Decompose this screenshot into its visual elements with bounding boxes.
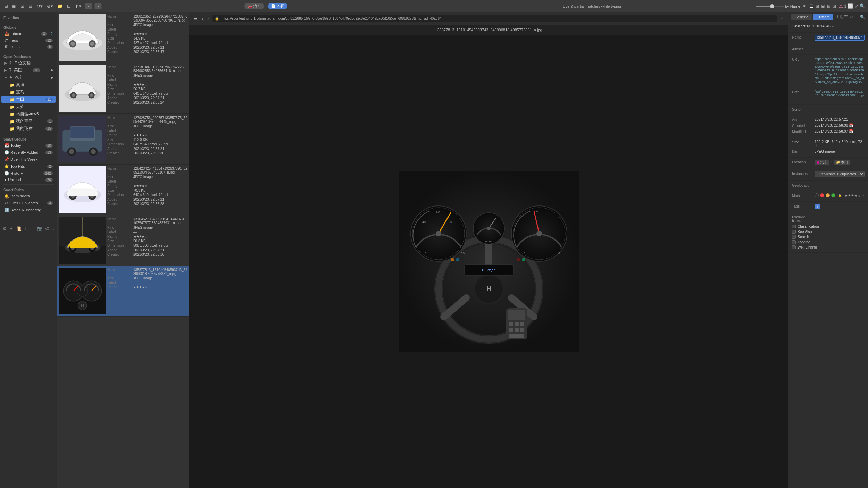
item-row-4[interactable]: Name128423425_418347192637391_628511934 … xyxy=(57,165,189,215)
folder-btn[interactable]: 📁 xyxy=(56,3,64,9)
name-input[interactable] xyxy=(815,35,865,41)
tag-add-btn[interactable]: + xyxy=(815,204,820,209)
sidebar-item-audi[interactable]: 📁 奥迪 xyxy=(1,81,56,89)
right-info-icon[interactable]: ℹ xyxy=(837,15,839,19)
item-row-3[interactable]: Name127928756_209757183857575_528544292 … xyxy=(57,114,189,165)
right-location-field: Location 🗄 汽车 › 📁 本田 xyxy=(792,160,865,165)
sidebar-item-cars[interactable]: ▼ 🗄 汽车 xyxy=(1,74,56,81)
cover-view-icon[interactable]: ▣ xyxy=(820,3,826,9)
center-prev-btn[interactable]: ‹ xyxy=(200,15,205,22)
center-menu-btn[interactable]: ☰ xyxy=(192,15,199,22)
right-more-icon[interactable]: … xyxy=(854,15,859,19)
exc-cb-see-also[interactable] xyxy=(792,230,796,234)
sidebar-item-history[interactable]: 🕓 History 142 xyxy=(1,170,56,177)
sidebar-item-recently-added[interactable]: 🕐 Recently Added 13 xyxy=(1,149,56,156)
right-list-icon[interactable]: ☰ xyxy=(844,15,848,19)
sidebar-item-unread[interactable]: ● Unread 70 xyxy=(1,177,56,183)
sidebar-item-honda[interactable]: 📁 本田 11 xyxy=(1,96,56,103)
right-gear-icon[interactable]: ⚙ xyxy=(849,15,853,19)
nav-back-btn[interactable]: ‹ xyxy=(85,3,92,9)
sidebar-cam-icon[interactable]: 📷 xyxy=(37,226,42,231)
sidebar-toggle-btn[interactable]: ⊞ xyxy=(3,3,9,9)
search-top-icon[interactable]: 🔍 xyxy=(860,3,865,9)
center-next-btn[interactable]: › xyxy=(206,15,210,22)
view-toggle-btn[interactable]: ▣ xyxy=(11,3,18,9)
stars-mark[interactable]: ★★★★☆ xyxy=(845,194,860,197)
sidebar-item-filter-dupes[interactable]: ⚙ Filter Duplicates 4 xyxy=(1,200,56,207)
created-key-3: Created xyxy=(107,151,133,155)
sort-direction-btn[interactable]: ▾ xyxy=(802,3,807,9)
sidebar-sort-icon[interactable]: ↕ xyxy=(52,226,54,231)
list-view-icon[interactable]: ☰ xyxy=(809,3,814,9)
item-row-5[interactable]: Name131045279_496931941 6441451_10354737… xyxy=(57,215,189,266)
sidebar-item-due-this-week[interactable]: 📌 Due This Week xyxy=(1,156,56,163)
exclude-classification: Classification xyxy=(792,224,865,228)
item-row-6[interactable]: H Name135877813_151014546593743_84899081… xyxy=(57,266,189,317)
nav-forward-btn[interactable]: › xyxy=(94,3,102,9)
mark-more-icon[interactable]: ▾ xyxy=(862,194,864,197)
tags-area: + xyxy=(815,204,820,209)
sidebar-script-icon[interactable]: 📜 xyxy=(16,226,22,231)
sidebar-settings-icon[interactable]: ⚙ xyxy=(3,226,7,231)
zoom-slider[interactable] xyxy=(756,6,784,7)
right-search-icon[interactable]: 🔍 xyxy=(860,15,865,19)
fullscreen-icon[interactable]: ⤢ xyxy=(854,3,858,9)
tab-custom-btn[interactable]: Custom xyxy=(813,14,833,20)
sidebar-tag2-icon[interactable]: 🏷 xyxy=(45,226,49,231)
sidebar-item-top-hits[interactable]: ⭐ Top Hits 2 xyxy=(1,163,56,170)
mark-none[interactable] xyxy=(815,193,819,197)
breadcrumb-honda[interactable]: 📄 本田 xyxy=(268,3,287,9)
grid-view-icon[interactable]: ⊞ xyxy=(815,3,820,9)
item-row-1[interactable]: Name126812652_2592362647722032_6530084 3… xyxy=(57,12,189,63)
fullscreen-btn[interactable]: ⊟ xyxy=(27,3,34,9)
action-btn[interactable]: ↻▾ xyxy=(35,3,44,9)
tab-generic-btn[interactable]: Generic xyxy=(791,14,812,20)
sidebar-item-db2[interactable]: ▶ 🗄 美图 70 xyxy=(1,67,56,74)
exc-cb-search[interactable] xyxy=(792,235,796,239)
breadcrumb-cars[interactable]: 🚗 汽车 xyxy=(244,3,264,9)
sidebar-item-reminders[interactable]: 🔔 Reminders xyxy=(1,193,56,200)
created-cal-icon[interactable]: 📅 xyxy=(849,123,853,127)
mark-yellow[interactable] xyxy=(826,193,830,197)
center-filename-bar: 135877813_151014546593743_848990818 4085… xyxy=(189,25,788,35)
split-view-icon[interactable]: ⊡ xyxy=(832,3,837,9)
split-view-btn[interactable]: ⊡ xyxy=(19,3,26,9)
sidebar-item-mazda[interactable]: 📁 马自达-mx-5 xyxy=(1,110,56,118)
exc-cb-tagging[interactable] xyxy=(792,240,796,244)
mark-green[interactable] xyxy=(831,193,835,197)
rating-val-3: ★★★★☆ xyxy=(133,133,147,137)
info-icon[interactable]: ℹ xyxy=(844,3,846,9)
svg-rect-58 xyxy=(509,322,513,326)
sidebar-item-today[interactable]: 📅 Today 10 xyxy=(1,142,56,149)
mark-lock-icon[interactable]: 🔒 xyxy=(838,194,842,197)
thumb-6: H xyxy=(59,268,106,314)
exc-cb-wiki-linking[interactable] xyxy=(792,245,796,249)
sidebar-item-inboxes[interactable]: 📥 Inboxes 3 12 xyxy=(1,30,56,37)
sidebar-item-vw[interactable]: 📁 大众 xyxy=(1,103,56,110)
sidebar-item-mybmw[interactable]: 📁 我的宝马 1 xyxy=(1,118,56,125)
sidebar-item-myfit[interactable]: 📁 我的飞度 15 xyxy=(1,125,56,132)
db2-dot xyxy=(51,69,53,71)
modified-cal-icon[interactable]: 📅 xyxy=(849,129,853,133)
item-row-2[interactable]: Name127181487_108696796176272 2_53498285… xyxy=(57,63,189,114)
share-btn[interactable]: ⬆▾ xyxy=(74,3,83,9)
icon-view-icon[interactable]: ⊟ xyxy=(826,3,831,9)
add-btn[interactable]: ⊕▾ xyxy=(45,3,55,9)
sidebar-item-tags[interactable]: 🏷 Tags 12 xyxy=(1,37,56,43)
center-add-btn[interactable]: ＋ xyxy=(778,15,785,23)
kind-right-value: JPEG image xyxy=(815,149,865,153)
alert-icon[interactable]: ⚠ xyxy=(839,3,843,9)
item-list-panel: Name126812652_2592362647722032_6530084 3… xyxy=(57,12,189,488)
sidebar-item-bmw[interactable]: 📁 宝马 xyxy=(1,89,56,96)
sidebar-item-db1[interactable]: ▶ 🗄 单位文档 xyxy=(1,59,56,67)
mark-red[interactable] xyxy=(820,193,824,197)
sidebar-item-trash[interactable]: 🗑 Trash 5 xyxy=(1,43,56,50)
sidebar-item-bates[interactable]: 🔢 Bates Numbering xyxy=(1,207,56,213)
expand-icon[interactable]: ⬜ xyxy=(848,3,853,9)
sidebar-add-icon[interactable]: ＋ xyxy=(9,226,14,232)
sidebar-info-icon[interactable]: ℹ xyxy=(24,226,26,231)
move-btn[interactable]: ⊡ xyxy=(66,3,72,9)
right-copy-icon[interactable]: ⎘ xyxy=(840,15,843,19)
exc-cb-classification[interactable] xyxy=(792,225,796,228)
instances-select[interactable]: 0 replicants, 0 duplicates xyxy=(815,171,865,177)
